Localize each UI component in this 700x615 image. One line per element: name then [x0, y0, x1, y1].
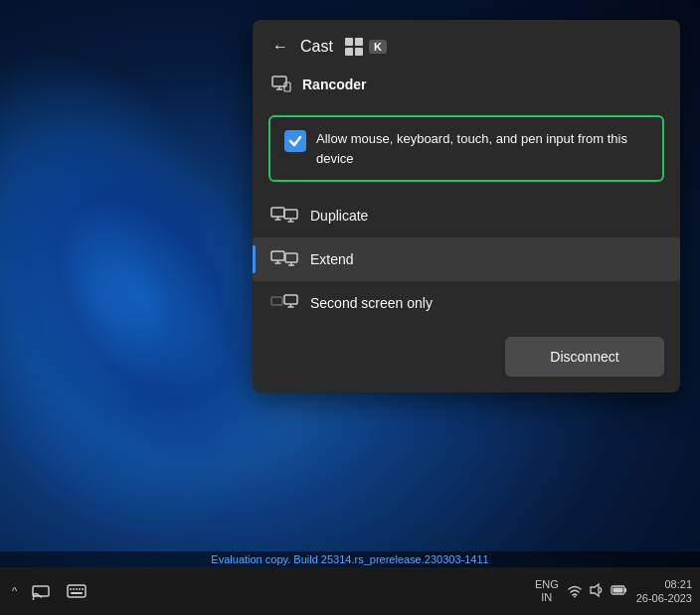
duplicate-icon — [270, 206, 298, 226]
svg-rect-20 — [33, 586, 49, 596]
taskbar-sys-icons — [567, 582, 628, 601]
volume-icon[interactable] — [589, 582, 605, 601]
svg-rect-32 — [624, 588, 626, 592]
cast-panel: ← Cast K Rancoder — [253, 20, 680, 392]
svg-rect-10 — [271, 251, 284, 260]
monitor-icon — [270, 74, 292, 95]
wifi-icon[interactable] — [567, 582, 583, 601]
mode-extend[interactable]: Extend — [253, 237, 680, 281]
taskbar-right: ENG IN — [535, 577, 692, 606]
svg-point-29 — [574, 595, 576, 597]
svg-rect-16 — [271, 297, 282, 305]
svg-rect-22 — [68, 585, 86, 597]
permission-checkbox-area[interactable]: Allow mouse, keyboard, touch, and pen in… — [268, 115, 664, 182]
taskbar: ^ ENG IN — [0, 567, 700, 615]
disconnect-area: Disconnect — [253, 325, 680, 392]
svg-rect-17 — [284, 295, 297, 304]
mode-second-label: Second screen only — [310, 295, 433, 311]
svg-rect-13 — [285, 253, 297, 262]
taskbar-time: 08:21 — [636, 577, 692, 591]
taskbar-left: ^ — [8, 575, 92, 607]
disconnect-button[interactable]: Disconnect — [505, 337, 664, 377]
second-screen-icon — [270, 293, 298, 313]
device-name: Rancoder — [302, 77, 367, 92]
checkbox-icon — [284, 130, 306, 152]
taskbar-datetime[interactable]: 08:21 26-06-2023 — [636, 577, 692, 606]
back-button[interactable]: ← — [270, 36, 290, 58]
panel-title: Cast — [300, 38, 333, 56]
mode-extend-label: Extend — [310, 251, 354, 267]
taskbar-date: 26-06-2023 — [636, 591, 692, 605]
svg-point-21 — [33, 598, 35, 600]
grid-icon — [345, 38, 363, 56]
panel-header: ← Cast K — [253, 20, 680, 68]
extend-icon — [270, 249, 298, 269]
svg-rect-33 — [612, 587, 622, 592]
taskbar-language[interactable]: ENG IN — [535, 578, 559, 604]
eval-watermark: Evaluation copy. Build 25314.rs_prerelea… — [0, 551, 700, 567]
taskbar-cast-icon[interactable] — [25, 575, 57, 607]
taskbar-keyboard-icon[interactable] — [61, 575, 92, 607]
device-row: Rancoder — [270, 74, 662, 95]
permission-text: Allow mouse, keyboard, touch, and pen in… — [316, 129, 648, 168]
mode-second-screen[interactable]: Second screen only — [253, 281, 680, 325]
mode-duplicate-label: Duplicate — [310, 208, 368, 224]
mode-duplicate[interactable]: Duplicate — [253, 194, 680, 237]
k-badge: K — [369, 40, 387, 54]
device-section: Rancoder — [253, 68, 680, 107]
taskbar-chevron[interactable]: ^ — [8, 581, 21, 601]
svg-marker-30 — [591, 584, 599, 596]
battery-icon[interactable] — [611, 582, 628, 601]
panel-icons: K — [345, 38, 387, 56]
svg-rect-7 — [284, 210, 297, 219]
svg-rect-4 — [271, 208, 284, 217]
